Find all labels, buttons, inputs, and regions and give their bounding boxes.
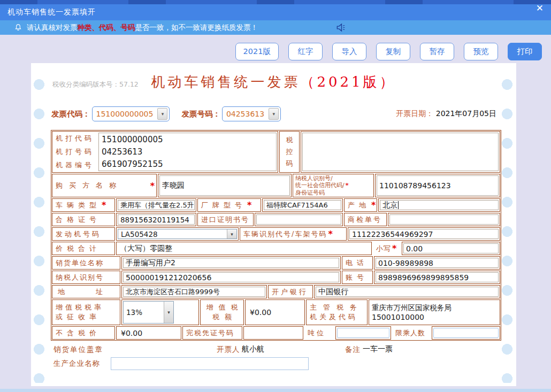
invoice-code-select[interactable]: 151000000005 ▾	[92, 106, 170, 121]
total-label-cell: 价税合计	[52, 242, 115, 255]
address-cell: 北京市海淀区杏石口路9999号	[121, 285, 267, 298]
inspection-input[interactable]	[389, 214, 499, 225]
buyer-id-label: 纳税人识别号/ 统一社会信用代码/* 身份证号码	[293, 175, 348, 196]
authority-label-line2: 机关及代码	[307, 312, 358, 322]
tax-control-code-input[interactable]	[302, 133, 499, 171]
invoice-table: 机打代码 机打号码 机器编号 151000000005 04253613 661…	[51, 130, 501, 341]
invoice-number-label: 发票号码：	[181, 109, 220, 119]
seat-limit-input[interactable]	[433, 328, 499, 338]
certificate-label: 合格证号	[52, 215, 101, 225]
toolbar: 2021版 红字 导入 复制 暂存 预览 打印	[235, 43, 542, 60]
buyer-id-input[interactable]: 110108789456123	[377, 175, 499, 196]
notice-text-prefix: 请认真核对发票	[27, 23, 78, 33]
manufacturer-input[interactable]	[111, 357, 309, 370]
perforation-dots-left	[33, 71, 45, 383]
import-cert-label-cell: 进口证明书号	[197, 213, 254, 226]
bank-input[interactable]: 中国银行	[316, 287, 499, 297]
save-draft-button[interactable]: 暂存	[420, 43, 454, 60]
phone-label: 电话	[342, 258, 368, 268]
perforation-dots-right	[501, 71, 513, 383]
issue-date-label: 开票日期：	[396, 109, 433, 118]
printed-codes-input[interactable]: 151000000005 04253613 661907952155	[98, 133, 277, 171]
net-price-label: 不含税价	[52, 328, 101, 338]
print-button[interactable]: 打印	[508, 43, 542, 60]
phone-input[interactable]: 010-98989898	[376, 258, 499, 268]
seller-stamp-label: 销货单位盖章	[53, 345, 103, 355]
account-input[interactable]: 8989896969899895859	[376, 272, 499, 282]
required-asterisk: *	[328, 229, 332, 239]
vin-cell: 11122236544969297	[348, 227, 500, 241]
red-invoice-button[interactable]: 红字	[288, 43, 323, 60]
bottom-edge-strip	[0, 389, 551, 392]
seller-tax-id-input[interactable]: 500000191212020656	[123, 272, 339, 282]
brand-model-label: 厂牌型号	[198, 201, 246, 210]
vehicle-type-label-cell: 车辆类型*	[52, 198, 115, 212]
vat-amount-label-cell: 增值税 税额	[200, 299, 244, 325]
seller-label-cell: 销货单位名称	[52, 256, 120, 270]
version-2021-button[interactable]: 2021版	[235, 43, 279, 60]
issue-date: 开票日期： 2021年07月05日	[396, 109, 496, 119]
buyer-name-cell: 李晓园	[158, 174, 292, 197]
invoice-code-value: 151000000005	[96, 110, 154, 118]
vehicle-type-label: 车辆类型	[52, 201, 101, 210]
buyer-id-cell: 110108789456123	[375, 174, 500, 197]
seller-input[interactable]: 手册编写用户2	[123, 258, 339, 268]
engine-label-cell: 发动机号码	[52, 227, 115, 241]
import-button[interactable]: 导入	[332, 43, 366, 60]
copy-button[interactable]: 复制	[376, 43, 410, 60]
close-icon[interactable]: ✕	[536, 2, 544, 14]
address-label: 地址	[52, 287, 120, 297]
origin-label-cell: 产地*	[344, 198, 377, 212]
window-title: 机动车销售统一发票填开	[7, 7, 96, 17]
buyer-name-label-cell: 购买方名称 *	[52, 174, 157, 197]
engine-cell: LA505428 ▾	[116, 227, 239, 241]
buyer-name-input[interactable]: 李晓园	[159, 175, 290, 196]
printed-number-value: 04253613	[102, 147, 276, 157]
import-cert-input[interactable]	[256, 214, 341, 225]
certificate-input[interactable]: 889156320119154	[118, 214, 195, 225]
bank-label-cell: 开户银行	[268, 285, 313, 298]
vat-rate-select[interactable]: 13% ▾	[123, 301, 174, 324]
total-uppercase-cell: （大写）零圆整	[116, 242, 372, 255]
required-asterisk: *	[392, 243, 396, 253]
chevron-down-icon: ▾	[227, 229, 236, 239]
bank-label: 开户银行	[269, 287, 308, 297]
tonnage-input[interactable]	[337, 328, 389, 338]
engine-select[interactable]: LA505428 ▾	[118, 229, 237, 239]
total-lowercase-label: 小写	[373, 244, 391, 253]
tax-control-code-cell	[301, 131, 500, 173]
manufacturer-label: 生产企业名称	[53, 359, 100, 368]
vat-rate-cell: 13% ▾	[121, 299, 199, 325]
vehicle-type-input[interactable]: 乘用车（排气量在2.5升以	[118, 200, 195, 210]
invoice-number-select[interactable]: 04253613 ▾	[222, 106, 281, 121]
phone-label-cell: 电话	[342, 256, 373, 270]
tonnage-label: 吨位	[304, 328, 326, 338]
vehicle-type-cell: 乘用车（排气量在2.5升以	[116, 198, 196, 212]
chevron-down-icon: ▾	[269, 108, 279, 120]
speaker-icon[interactable]	[336, 23, 346, 32]
required-asterisk: *	[102, 200, 106, 210]
address-input[interactable]: 北京市海淀区杏石口路9999号	[123, 287, 265, 297]
printed-codes-cell: 机打代码 机打号码 机器编号 151000000005 04253613 661…	[52, 131, 278, 173]
tax-receipt-label: 完税凭证号码	[183, 328, 234, 338]
origin-input[interactable]: 北京	[380, 200, 499, 210]
account-cell: 8989896969899895859	[374, 271, 500, 284]
seller-tax-id-label-cell: 纳税人识别号	[52, 271, 120, 284]
inspection-label-cell: 商检单号	[344, 213, 387, 226]
seller-tax-id-cell: 500000191212020656	[121, 271, 341, 284]
required-asterisk: *	[150, 181, 155, 191]
vin-input[interactable]: 11122236544969297	[349, 229, 499, 239]
vat-rate-label-line1: 增值税税率	[52, 303, 104, 312]
brand-model-input[interactable]: 福特牌CAF7154A6	[264, 200, 341, 210]
authority-cell: 重庆市万州区国家税务局 15001010000	[369, 299, 500, 325]
total-lowercase-input[interactable]: 0.00	[403, 243, 499, 253]
net-price-value: ¥0.00	[117, 329, 142, 337]
vin-label: 车辆识别代号/车架号码	[240, 229, 327, 239]
preview-button[interactable]: 预览	[464, 43, 498, 60]
total-label: 价税合计	[52, 244, 101, 253]
origin-label: 产地	[345, 201, 370, 210]
origin-cell: 北京	[378, 198, 500, 212]
brand-model-label-cell: 厂牌型号*	[197, 198, 261, 212]
printed-code-label: 机打代码	[52, 134, 97, 143]
issuer-value: 航小航	[242, 344, 264, 354]
